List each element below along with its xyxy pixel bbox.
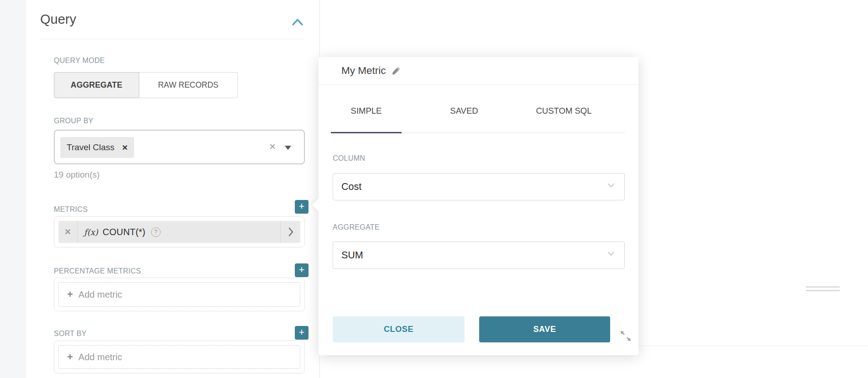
chip-label: Travel Class	[67, 142, 115, 152]
select-caret-down-icon[interactable]	[285, 146, 291, 150]
tab-saved[interactable]: SAVED	[428, 106, 500, 116]
aggregate-select-value: SUM	[341, 250, 363, 261]
select-clear-icon[interactable]: ×	[269, 140, 276, 153]
column-select[interactable]: Cost	[333, 173, 625, 200]
explore-screen: Query QUERY MODE AGGREGATE RAW RECORDS G…	[0, 0, 868, 378]
close-button[interactable]: CLOSE	[333, 316, 465, 342]
popover-arrow	[312, 199, 325, 211]
popover-header: My Metric	[319, 57, 638, 85]
sort-by-container: + Add metric	[54, 341, 305, 373]
metric-remove-icon[interactable]: ✕	[58, 221, 78, 243]
resize-popover-handle[interactable]	[620, 330, 632, 342]
add-sort-button[interactable]: +	[295, 326, 309, 340]
edit-title-button[interactable]	[392, 66, 401, 77]
collapse-section-button[interactable]	[290, 16, 305, 28]
raw-records-mode-button[interactable]: RAW RECORDS	[139, 72, 238, 98]
aggregate-label: AGGREGATE	[333, 223, 380, 231]
percentage-metrics-add-metric[interactable]: + Add metric	[58, 282, 300, 307]
tab-custom-sql[interactable]: CUSTOM SQL	[519, 106, 608, 116]
left-gutter	[0, 0, 26, 378]
metrics-label: METRICS	[54, 205, 88, 214]
metric-expand-button[interactable]	[280, 221, 300, 243]
add-metric-placeholder: Add metric	[78, 289, 122, 300]
query-mode-segmented-control: AGGREGATE RAW RECORDS	[54, 72, 238, 98]
options-count-hint: 19 option(s)	[54, 170, 99, 180]
plus-icon: +	[67, 289, 73, 300]
save-button[interactable]: SAVE	[479, 316, 610, 342]
metrics-container: ✕ ƒ(x) COUNT(*) ?	[54, 216, 305, 247]
resize-diagonal-icon	[620, 330, 632, 342]
chevron-up-icon	[290, 16, 305, 28]
fx-icon: ƒ(x)	[84, 227, 98, 237]
chevron-down-icon	[606, 180, 616, 193]
plus-icon: +	[67, 351, 73, 363]
chip-remove-icon[interactable]: ✕	[122, 143, 128, 152]
section-divider	[40, 39, 305, 39]
column-label: COLUMN	[333, 154, 365, 163]
add-metric-placeholder: Add metric	[78, 352, 122, 362]
active-tab-indicator	[331, 132, 402, 133]
aggregate-mode-button[interactable]: AGGREGATE	[54, 72, 139, 98]
metric-edit-popover: My Metric SIMPLE SAVED CUSTOM SQL COLUMN…	[319, 57, 638, 355]
group-by-chip[interactable]: Travel Class ✕	[60, 137, 134, 158]
results-pane-divider	[638, 346, 868, 346]
pencil-icon	[392, 66, 401, 75]
query-section-title: Query	[40, 12, 76, 27]
popover-title: My Metric	[341, 65, 386, 77]
help-icon[interactable]: ?	[151, 227, 161, 237]
metric-pill-body[interactable]: ƒ(x) COUNT(*) ?	[78, 221, 280, 243]
tab-simple[interactable]: SIMPLE	[331, 106, 402, 116]
pane-drag-handle[interactable]	[806, 286, 840, 294]
chevron-right-icon	[286, 226, 296, 237]
chevron-down-icon	[606, 249, 616, 262]
aggregate-select[interactable]: SUM	[333, 242, 625, 269]
add-percentage-metric-button[interactable]: +	[295, 263, 309, 277]
add-metric-button[interactable]: +	[295, 200, 309, 214]
group-by-label: GROUP BY	[54, 117, 94, 125]
query-mode-label: QUERY MODE	[54, 57, 105, 65]
sort-by-add-metric[interactable]: + Add metric	[58, 345, 300, 369]
metric-expression: COUNT(*)	[103, 227, 146, 237]
percentage-metrics-label: PERCENTAGE METRICS	[54, 267, 141, 275]
sort-by-label: SORT BY	[54, 330, 87, 338]
percentage-metrics-container: + Add metric	[54, 278, 305, 311]
group-by-select[interactable]: Travel Class ✕ ×	[54, 130, 305, 164]
column-select-value: Cost	[341, 181, 361, 193]
metric-pill[interactable]: ✕ ƒ(x) COUNT(*) ?	[58, 221, 300, 243]
